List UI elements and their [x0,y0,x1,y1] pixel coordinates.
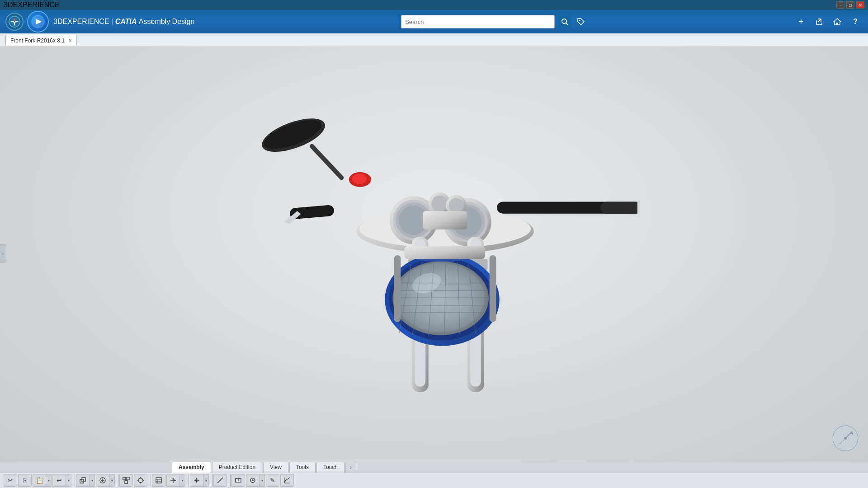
svg-line-100 [219,479,222,482]
tab-overflow-button[interactable]: › [345,462,356,473]
compass-widget [832,425,859,452]
instance-dropdown[interactable]: ▾ [90,474,95,487]
close-button[interactable]: ✕ [856,1,864,9]
svg-point-7 [562,19,566,23]
axis-dropdown[interactable]: ▾ [180,474,185,487]
structure-button[interactable] [119,474,133,487]
insert-button[interactable] [96,474,109,487]
content-area: › [0,46,868,461]
svg-rect-76 [127,477,129,480]
svg-rect-77 [125,481,127,483]
sidebar-toggle[interactable]: › [0,244,6,263]
3dexperience-logo[interactable] [5,13,24,31]
svg-point-80 [138,478,143,483]
model-viewport[interactable] [0,46,868,461]
tab-view[interactable]: View [263,462,288,473]
tab-label: Front Fork R2016x 8.1 [10,38,65,44]
tab-close-button[interactable]: ✕ [68,38,72,43]
bottom-toolbar: Assembly Product Edition View Tools Touc… [0,461,868,488]
bottom-tab-bar: Assembly Product Edition View Tools Touc… [0,461,868,473]
catalog-button[interactable] [152,474,165,487]
maximize-button[interactable]: □ [846,1,854,9]
insert-dropdown[interactable]: ▾ [109,474,115,487]
tab-overflow-button[interactable]: › [864,3,866,9]
svg-rect-33 [423,211,467,230]
divider [72,474,75,487]
tab-tools[interactable]: Tools [289,462,316,473]
axis-group: ▾ [166,474,185,487]
analysis-button[interactable] [280,474,294,487]
svg-marker-3 [10,21,14,23]
svg-point-69 [844,437,847,440]
bottom-icon-bar: ✂ ⎘ 📋 ▾ ↩ ▾ ▾ [0,473,868,488]
viewport-compass[interactable] [832,425,859,452]
tab-product-edition[interactable]: Product Edition [212,462,262,473]
constraints-icon [137,477,144,484]
paste-dropdown[interactable]: ▾ [46,474,52,487]
svg-point-105 [252,479,254,481]
share-button[interactable] [812,14,826,29]
search-button[interactable] [558,15,571,28]
cut-button[interactable]: ✂ [4,474,17,487]
svg-line-15 [312,146,341,178]
svg-marker-4 [14,21,19,23]
instance-group: ▾ [76,474,95,487]
search-area [199,15,789,28]
divider2 [116,474,118,487]
paste-button[interactable]: 📋 [33,474,46,487]
svg-rect-43 [600,202,637,213]
svg-rect-85 [156,478,161,483]
copy-button[interactable]: ⎘ [18,474,32,487]
constraints-button[interactable] [134,474,147,487]
search-input[interactable] [405,19,551,25]
move-button[interactable] [190,474,203,487]
instance-icon [79,477,86,484]
tab-touch[interactable]: Touch [316,462,344,473]
minimize-button[interactable]: − [836,1,844,9]
view-icon [249,477,256,484]
view-button[interactable] [246,474,259,487]
help-button[interactable]: ? [848,14,863,29]
view-dropdown[interactable]: ▾ [259,474,265,487]
section-button[interactable] [231,474,245,487]
svg-line-101 [222,478,223,479]
undo-group: ↩ ▾ [52,474,71,487]
play-icon [31,14,45,29]
logo-area [5,11,49,33]
move-dropdown[interactable]: ▾ [203,474,209,487]
instance-button[interactable] [76,474,90,487]
add-button[interactable]: + [794,14,808,29]
paste-group: 📋 ▾ [33,474,52,487]
tab-assembly[interactable]: Assembly [172,462,211,473]
tag-icon [576,17,585,26]
catalog-icon [155,477,162,484]
move-icon [193,477,200,484]
search-box [401,15,555,28]
undo-dropdown[interactable]: ▾ [66,474,71,487]
divider3 [148,474,151,487]
annotation-button[interactable]: ✎ [266,474,279,487]
search-icon [561,18,568,25]
tag-button[interactable] [575,15,587,28]
home-button[interactable] [830,14,844,29]
analysis-icon [283,477,291,484]
3d-model-display [231,84,637,423]
undo-button[interactable]: ↩ [52,474,66,487]
title-bar: 3DEXPERIENCE − □ ✕ [0,0,868,10]
tab-bar-right: › [864,0,868,13]
document-tab[interactable]: Front Fork R2016x 8.1 ✕ [5,35,77,46]
svg-rect-75 [123,477,126,480]
svg-line-99 [217,482,219,483]
measure-button[interactable] [213,474,227,487]
svg-marker-92 [174,479,176,481]
axis-button[interactable] [166,474,180,487]
divider5 [210,474,212,487]
svg-marker-91 [172,478,174,479]
app-icon[interactable] [27,11,49,33]
svg-rect-12 [836,23,838,25]
svg-point-30 [431,196,448,212]
module-label: Assembly Design [139,18,195,25]
move-group: ▾ [190,474,209,487]
view-group: ▾ [246,474,265,487]
home-icon [833,17,842,26]
